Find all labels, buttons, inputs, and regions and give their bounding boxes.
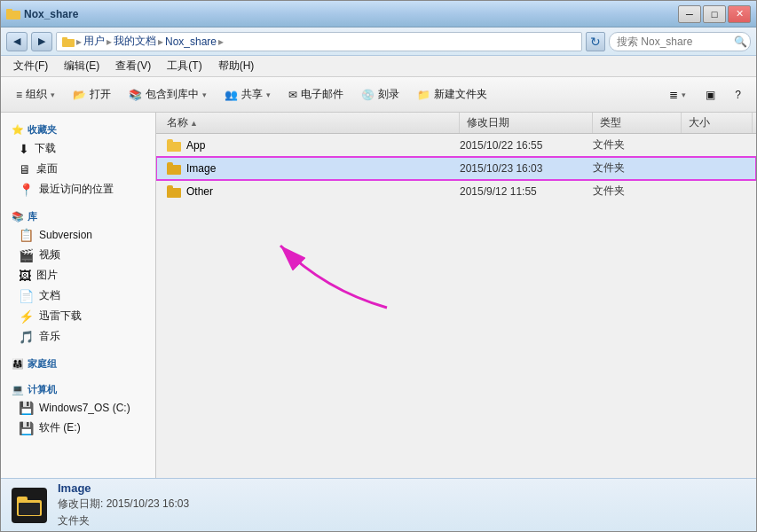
open-icon: 📂 xyxy=(73,89,86,101)
video-label: 视频 xyxy=(39,247,60,262)
organize-label: 组织 xyxy=(26,87,47,102)
toolbar-include-library[interactable]: 📚 包含到库中 ▾ xyxy=(121,81,215,109)
pane-toggle-button[interactable]: ▣ xyxy=(698,81,723,109)
recent-icon: 📍 xyxy=(19,183,34,197)
thunder-label: 迅雷下载 xyxy=(39,309,82,324)
file-type-app: 文件夹 xyxy=(593,137,682,153)
path-part-3[interactable]: Nox_share xyxy=(165,35,217,48)
toolbar: ≡ 组织 ▾ 📂 打开 📚 包含到库中 ▾ 👥 共享 ▾ ✉ 电子邮件 💿 刻录… xyxy=(1,77,756,113)
share-icon: 👥 xyxy=(225,89,238,101)
email-label: 电子邮件 xyxy=(301,87,343,102)
maximize-button[interactable]: □ xyxy=(703,5,726,23)
title-bar-left: Nox_share xyxy=(6,7,678,21)
search-input[interactable] xyxy=(609,32,751,51)
video-icon: 🎬 xyxy=(19,248,34,262)
sidebar-item-subversion[interactable]: 📋 Subversion xyxy=(4,225,152,245)
back-button[interactable]: ◀ xyxy=(6,32,28,51)
sidebar-section-computer[interactable]: 💻 计算机 xyxy=(4,379,152,398)
col-header-name[interactable]: 名称 ▲ xyxy=(160,113,460,133)
col-header-type[interactable]: 类型 xyxy=(593,113,682,133)
email-icon: ✉ xyxy=(288,89,297,101)
path-separator-3: ▸ xyxy=(158,35,163,48)
file-list: App 2015/10/22 16:55 文件夹 Image 2015/10/2… xyxy=(156,134,756,478)
homegroup-label: 家庭组 xyxy=(28,357,57,371)
toolbar-email[interactable]: ✉ 电子邮件 xyxy=(280,81,351,109)
view-toggle-icon: ≣ xyxy=(669,89,678,101)
file-name-other-text: Other xyxy=(186,185,213,198)
e-drive-label: 软件 (E:) xyxy=(39,420,81,435)
path-part-1[interactable]: 用户 xyxy=(83,34,105,49)
menu-help[interactable]: 帮助(H) xyxy=(211,57,262,75)
search-container: 🔍 xyxy=(609,32,751,51)
toolbar-organize[interactable]: ≡ 组织 ▾ xyxy=(8,81,63,109)
sidebar-item-recent[interactable]: 📍 最近访问的位置 xyxy=(4,179,152,200)
menu-file[interactable]: 文件(F) xyxy=(6,57,55,75)
computer-icon: 💻 xyxy=(12,384,24,395)
table-row[interactable]: App 2015/10/22 16:55 文件夹 xyxy=(156,134,756,157)
table-row[interactable]: Image 2015/10/23 16:03 文件夹 xyxy=(156,157,756,180)
search-icon[interactable]: 🔍 xyxy=(734,35,747,48)
thunder-icon: ⚡ xyxy=(19,309,34,324)
library-arrow: ▾ xyxy=(202,90,207,99)
col-type-label: 类型 xyxy=(600,115,621,130)
table-row[interactable]: Other 2015/9/12 11:55 文件夹 xyxy=(156,180,756,203)
music-label: 音乐 xyxy=(39,329,60,344)
c-drive-label: Windows7_OS (C:) xyxy=(39,402,130,414)
sidebar-item-video[interactable]: 🎬 视频 xyxy=(4,245,152,265)
toolbar-open[interactable]: 📂 打开 xyxy=(65,81,119,109)
refresh-button[interactable]: ↻ xyxy=(586,32,605,51)
help-button[interactable]: ? xyxy=(727,81,749,109)
toolbar-burn[interactable]: 💿 刻录 xyxy=(353,81,407,109)
minimize-button[interactable]: ─ xyxy=(678,5,701,23)
col-header-date[interactable]: 修改日期 xyxy=(460,113,593,133)
col-date-label: 修改日期 xyxy=(467,115,509,130)
documents-icon: 📄 xyxy=(19,289,34,303)
view-toggle-button[interactable]: ≣ ▾ xyxy=(661,81,694,109)
share-arrow: ▾ xyxy=(266,90,271,99)
toolbar-share[interactable]: 👥 共享 ▾ xyxy=(217,81,279,109)
desktop-label: 桌面 xyxy=(36,161,58,176)
address-bar: ◀ ▶ ▸ 用户 ▸ 我的文档 ▸ Nox_share ▸ ↻ 🔍 xyxy=(1,27,756,56)
status-detail-label: 修改日期: 2015/10/23 16:03 xyxy=(58,497,189,510)
file-type-image: 文件夹 xyxy=(593,160,682,176)
sidebar-item-download[interactable]: ⬇ 下载 xyxy=(4,138,152,159)
path-part-2[interactable]: 我的文档 xyxy=(114,34,156,49)
sidebar-divider-1 xyxy=(4,200,152,207)
menu-view[interactable]: 查看(V) xyxy=(108,57,158,75)
homegroup-icon: 👨‍👩‍👧 xyxy=(12,358,24,370)
col-name-label: 名称 xyxy=(167,115,188,130)
status-detail: 修改日期: 2015/10/23 16:03 xyxy=(58,497,189,512)
burn-icon: 💿 xyxy=(361,89,375,101)
sort-arrow: ▲ xyxy=(190,119,198,128)
sidebar-section-homegroup[interactable]: 👨‍👩‍👧 家庭组 xyxy=(4,354,152,372)
close-button[interactable]: ✕ xyxy=(728,5,751,23)
path-folder-icon xyxy=(62,36,75,47)
open-label: 打开 xyxy=(90,87,111,102)
status-bar: Image 修改日期: 2015/10/23 16:03 文件夹 xyxy=(1,478,756,531)
file-name-other: Other xyxy=(160,185,460,198)
sidebar-item-thunder[interactable]: ⚡ 迅雷下载 xyxy=(4,306,152,326)
svg-rect-1 xyxy=(6,9,12,12)
sidebar-item-desktop[interactable]: 🖥 桌面 xyxy=(4,159,152,179)
menu-edit[interactable]: 编辑(E) xyxy=(57,57,106,75)
sidebar-section-library[interactable]: 📚 库 xyxy=(4,207,152,225)
subversion-label: Subversion xyxy=(39,229,92,241)
menu-bar: 文件(F) 编辑(E) 查看(V) 工具(T) 帮助(H) xyxy=(1,56,756,77)
sidebar-item-e-drive[interactable]: 💾 软件 (E:) xyxy=(4,418,152,438)
file-name-app-text: App xyxy=(186,139,205,152)
col-header-size[interactable]: 大小 xyxy=(682,113,753,133)
favorites-label: 收藏夹 xyxy=(28,123,57,137)
address-path[interactable]: ▸ 用户 ▸ 我的文档 ▸ Nox_share ▸ xyxy=(56,32,582,51)
recent-label: 最近访问的位置 xyxy=(39,182,114,197)
documents-label: 文档 xyxy=(39,288,60,303)
toolbar-new-folder[interactable]: 📁 新建文件夹 xyxy=(409,81,495,109)
file-date-other: 2015/9/12 11:55 xyxy=(460,185,593,198)
share-label: 共享 xyxy=(241,87,263,102)
forward-button[interactable]: ▶ xyxy=(31,32,52,51)
sidebar-item-music[interactable]: 🎵 音乐 xyxy=(4,326,152,347)
sidebar-section-favorites[interactable]: ⭐ 收藏夹 xyxy=(4,120,152,138)
sidebar-item-pictures[interactable]: 🖼 图片 xyxy=(4,265,152,286)
sidebar-item-c-drive[interactable]: 💾 Windows7_OS (C:) xyxy=(4,398,152,418)
sidebar-item-documents[interactable]: 📄 文档 xyxy=(4,286,152,306)
menu-tools[interactable]: 工具(T) xyxy=(160,57,209,75)
